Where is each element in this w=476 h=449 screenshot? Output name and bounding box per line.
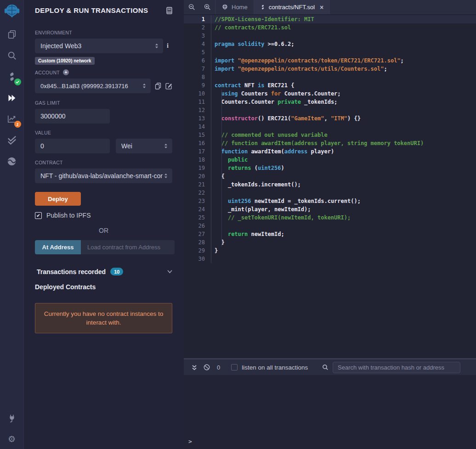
settings-button[interactable]: ⚙	[0, 429, 24, 449]
code-line[interactable]: 15 // commented out unused variable	[184, 131, 476, 139]
remix-logo	[0, 0, 24, 24]
copy-account-icon[interactable]	[155, 83, 161, 90]
sign-message-icon[interactable]	[165, 83, 172, 90]
at-address-button[interactable]: At Address	[35, 240, 81, 254]
tab-contracts-nft-sol[interactable]: contracts/NFT.sol ×	[254, 0, 330, 14]
code-line[interactable]: 18 public	[184, 156, 476, 164]
terminal-prompt: >	[188, 438, 192, 445]
select-caret-icon	[142, 83, 146, 89]
line-number: 6	[184, 56, 211, 65]
transactions-recorded-toggle[interactable]: Transactions recorded 10	[35, 268, 172, 275]
contract-value: NFT - github/ava-labs/avalanche-smart-co…	[40, 172, 167, 180]
code-line[interactable]: 27 return newItemId;	[184, 230, 476, 238]
terminal-search-input[interactable]	[333, 362, 460, 373]
line-number: 1	[184, 15, 211, 23]
code-line[interactable]: 5	[184, 48, 476, 56]
code-line[interactable]: 1//SPDX-License-Identifier: MIT	[184, 15, 476, 23]
code-line[interactable]: 8	[184, 73, 476, 81]
code-text	[211, 73, 215, 81]
value-label: VALUE	[35, 130, 172, 135]
code-text: pragma solidity >=0.6.2;	[211, 40, 294, 48]
code-line[interactable]: 11 Counters.Counter private _tokenIds;	[184, 98, 476, 106]
plugin-manager-button[interactable]	[0, 408, 24, 429]
line-number: 19	[184, 164, 211, 172]
remix-home-icon	[221, 4, 228, 11]
tab-home[interactable]: Home	[215, 0, 254, 14]
code-line[interactable]: 22	[184, 189, 476, 197]
listen-transactions-checkbox[interactable]	[231, 364, 238, 370]
value-unit-select[interactable]: Wei	[116, 139, 172, 153]
search-button[interactable]	[0, 45, 24, 66]
editor-tabbar: Home contracts/NFT.sol ×	[184, 0, 476, 14]
zoom-in-button[interactable]	[199, 0, 215, 14]
line-number: 27	[184, 230, 211, 238]
solidity-compiler-button[interactable]	[0, 66, 24, 87]
value-input[interactable]	[35, 139, 110, 153]
line-number: 25	[184, 213, 211, 222]
at-address-input[interactable]	[81, 240, 175, 254]
line-number: 16	[184, 139, 211, 147]
code-line[interactable]: 10 using Counters for Counters.Counter;	[184, 90, 476, 98]
debugger-button[interactable]	[0, 151, 24, 172]
code-text: import "@openzeppelin/contracts/token/ER…	[211, 56, 404, 65]
terminal-output[interactable]: >	[184, 375, 476, 449]
documentation-icon[interactable]	[166, 7, 172, 14]
code-line[interactable]: 16 // function awardItem(address player,…	[184, 139, 476, 147]
code-line[interactable]: 4pragma solidity >=0.6.2;	[184, 40, 476, 48]
code-text: }	[211, 247, 218, 255]
double-chevron-down-icon	[192, 365, 197, 370]
line-number: 18	[184, 156, 211, 164]
code-text: //SPDX-License-Identifier: MIT	[211, 15, 314, 23]
zoom-out-icon	[188, 4, 195, 11]
unit-testing-button[interactable]	[0, 129, 24, 151]
contract-select[interactable]: NFT - github/ava-labs/avalanche-smart-co…	[35, 168, 172, 183]
statistics-button[interactable]: 1	[0, 108, 24, 129]
code-line[interactable]: 29}	[184, 247, 476, 255]
code-line[interactable]: 14	[184, 123, 476, 131]
expand-terminal-button[interactable]	[188, 365, 200, 370]
code-text: }	[211, 238, 225, 247]
code-line[interactable]: 6import "@openzeppelin/contracts/token/E…	[184, 56, 476, 65]
code-text: return newItemId;	[211, 230, 284, 238]
code-text: Counters.Counter private _tokenIds;	[211, 98, 337, 106]
code-line[interactable]: 20 {	[184, 172, 476, 180]
terminal-search-icon	[322, 364, 333, 370]
code-text: uint256 newItemId = _tokenIds.current();	[211, 197, 361, 205]
publish-ipfs-checkbox[interactable]: ✔	[35, 212, 42, 219]
file-explorer-button[interactable]	[0, 24, 24, 45]
code-line[interactable]: 3	[184, 32, 476, 40]
environment-select[interactable]: Injected Web3	[35, 39, 163, 53]
code-line[interactable]: 17 function awardItem(address player)	[184, 147, 476, 156]
code-line[interactable]: 19 returns (uint256)	[184, 164, 476, 172]
code-line[interactable]: 7import "@openzeppelin/contracts/utils/C…	[184, 65, 476, 73]
line-number: 23	[184, 197, 211, 205]
deploy-button[interactable]: Deploy	[35, 192, 81, 206]
code-line[interactable]: 9contract NFT is ERC721 {	[184, 81, 476, 90]
code-line[interactable]: 13 constructor() ERC721("GameItem", "ITM…	[184, 114, 476, 123]
code-line[interactable]: 23 uint256 newItemId = _tokenIds.current…	[184, 197, 476, 205]
zoom-out-button[interactable]	[184, 0, 199, 14]
code-text: _tokenIds.increment();	[211, 180, 301, 189]
code-line[interactable]: 12	[184, 106, 476, 114]
add-account-icon[interactable]: +	[63, 69, 69, 75]
clear-console-button[interactable]	[200, 364, 213, 370]
account-select[interactable]: 0x845...B1aB3 (999992.3913716	[35, 79, 151, 93]
code-line[interactable]: 21 _tokenIds.increment();	[184, 180, 476, 189]
code-line[interactable]: 26	[184, 222, 476, 230]
code-line[interactable]: 2// contracts/ERC721.sol	[184, 23, 476, 32]
code-line[interactable]: 25 // _setTokenURI(newItemId, tokenURI);	[184, 213, 476, 222]
deploy-run-button[interactable]	[0, 87, 24, 108]
code-text	[211, 255, 215, 263]
line-number: 11	[184, 98, 211, 106]
code-line[interactable]: 28 }	[184, 238, 476, 247]
environment-info-icon[interactable]: i	[163, 42, 172, 50]
code-line[interactable]: 30	[184, 255, 476, 263]
code-line[interactable]: 24 _mint(player, newItemId);	[184, 205, 476, 213]
code-editor[interactable]: 1//SPDX-License-Identifier: MIT2// contr…	[184, 14, 476, 358]
environment-label: ENVIRONMENT	[35, 30, 172, 35]
ban-icon	[204, 364, 210, 370]
gas-limit-input[interactable]	[35, 109, 110, 123]
code-text	[211, 32, 215, 40]
compile-success-badge	[14, 79, 21, 85]
close-tab-icon[interactable]: ×	[320, 4, 323, 11]
